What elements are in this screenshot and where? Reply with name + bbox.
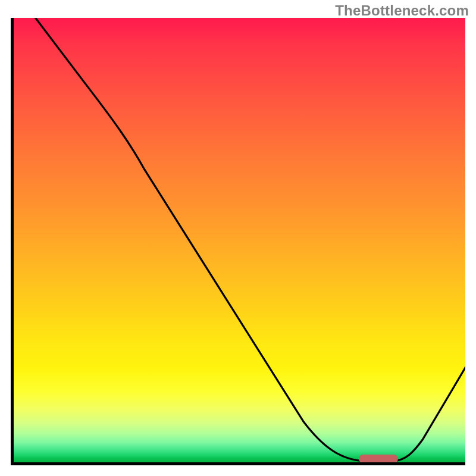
curve-path	[33, 18, 465, 461]
chart-container: TheBottleneck.com	[0, 0, 476, 476]
watermark-label: TheBottleneck.com	[335, 2, 469, 19]
optimum-marker	[359, 455, 398, 463]
plot-area	[11, 18, 465, 465]
bottleneck-curve	[14, 18, 465, 462]
